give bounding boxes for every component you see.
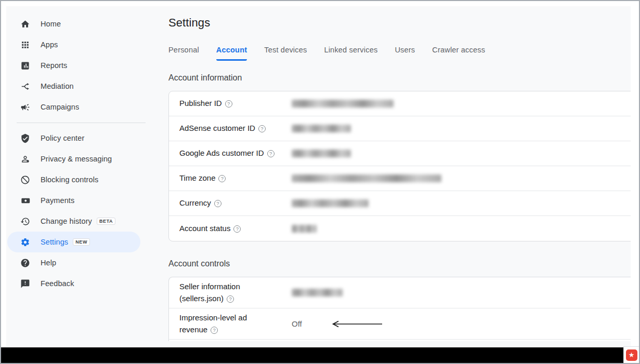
home-icon [20,19,30,29]
settings-icon [20,237,30,247]
help-question-icon[interactable]: ? [225,100,232,107]
sidebar-item-settings[interactable]: SettingsNEW [7,232,140,252]
table-row-adsense-customer-id: AdSense customer ID? [169,116,631,141]
annotation-left-arrow-icon [331,320,383,328]
help-icon [20,258,30,268]
tabs: PersonalAccountTest devicesLinked servic… [168,46,631,61]
section-heading-account-information: Account information [168,73,631,83]
redacted-value [292,289,343,296]
row-label: Time zone? [179,169,292,188]
section-heading-account-controls: Account controls [168,259,631,268]
row-label: Impression-level ad revenue? [179,308,292,339]
redacted-value [292,199,369,207]
help-question-icon[interactable]: ? [218,175,226,182]
row-value [292,289,343,296]
row-label: Currency? [179,194,292,213]
sidebar-item-label: Mediation [41,82,74,90]
sidebar-divider [17,123,146,123]
badge-new: NEW [73,238,90,246]
redacted-value [292,125,351,132]
table-row-seller-information-sellers-json: Seller information (sellers.json)? [169,277,631,308]
sidebar-item-feedback[interactable]: Feedback [7,273,140,294]
feedback-icon [20,278,30,289]
sidebar-item-blocking-controls[interactable]: Blocking controls [7,169,140,190]
row-value [292,174,441,182]
blocking-icon [20,174,30,185]
row-label: Google Ads customer ID? [179,144,292,163]
privacy-icon [20,154,30,164]
tab-users[interactable]: Users [395,46,415,61]
bottom-black-bar [1,347,623,363]
sidebar-item-label: Blocking controls [41,176,98,184]
sidebar-item-reports[interactable]: Reports [7,55,140,76]
table-row-currency: Currency? [169,191,631,216]
sidebar-item-label: Feedback [41,279,74,288]
sidebar-item-label: Apps [41,41,58,49]
card-account-controls: Seller information (sellers.json)?Impres… [168,277,631,341]
sidebar-item-label: Policy center [41,134,84,142]
policy-icon [20,133,30,143]
sidebar-item-label: Campaigns [41,103,79,111]
sidebar-item-label: Privacy & messaging [41,155,112,163]
redacted-value [292,174,441,182]
help-question-icon[interactable]: ? [227,295,234,303]
screenshot-frame: HomeAppsReportsMediationCampaignsPolicy … [0,0,640,364]
admob-app-window: HomeAppsReportsMediationCampaignsPolicy … [6,6,631,347]
apps-icon [20,39,30,50]
campaigns-icon [20,102,30,112]
badge-beta: BETA [97,218,115,225]
card-account-information: Publisher ID?AdSense customer ID?Google … [168,91,631,241]
sidebar-item-privacy-messaging[interactable]: Privacy & messaging [7,149,140,169]
settings-sections: Account informationPublisher ID?AdSense … [168,73,631,341]
row-label: Seller information (sellers.json)? [179,277,292,308]
sidebar-item-label: Help [41,259,56,267]
help-question-icon[interactable]: ? [233,225,241,233]
main-content: Settings PersonalAccountTest devicesLink… [168,6,631,347]
tab-account[interactable]: Account [216,46,247,61]
sidebar-item-mediation[interactable]: Mediation [7,76,140,97]
row-value: Off [292,319,383,328]
sidebar-item-policy-center[interactable]: Policy center [7,128,140,149]
sidebar-item-label: Reports [41,61,67,70]
table-row-publisher-id: Publisher ID? [169,91,631,116]
sidebar-item-apps[interactable]: Apps [7,34,140,55]
help-question-icon[interactable]: ? [267,150,275,157]
row-value [292,199,369,207]
sidebar-item-help[interactable]: Help [7,252,140,273]
sidebar: HomeAppsReportsMediationCampaignsPolicy … [6,6,163,294]
star-icon[interactable]: ★ [626,349,637,361]
table-row-google-ads-customer-id: Google Ads customer ID? [169,141,631,166]
redacted-value [292,100,394,107]
sidebar-item-label: Settings [41,238,68,246]
row-label: Account status? [179,219,292,238]
sidebar-item-payments[interactable]: Payments [7,190,140,211]
sidebar-item-label: Payments [41,196,74,205]
row-label: Publisher ID? [179,94,292,113]
sidebar-item-campaigns[interactable]: Campaigns [7,97,140,117]
row-value [292,125,351,132]
help-question-icon[interactable]: ? [214,200,221,207]
history-icon [20,216,30,226]
tab-personal[interactable]: Personal [168,46,199,61]
tab-linked-services[interactable]: Linked services [324,46,377,61]
sidebar-item-change-history[interactable]: Change historyBETA [7,211,140,232]
sidebar-item-label: Change history [41,217,92,225]
table-row-time-zone: Time zone? [169,166,631,191]
table-row-impression-level-ad-revenue: Impression-level ad revenue?Off [169,308,631,340]
mediation-icon [20,81,30,91]
tab-crawler-access[interactable]: Crawler access [432,46,485,61]
row-value [292,100,394,107]
payments-icon [20,195,30,206]
page-title: Settings [168,16,631,30]
redacted-value [292,225,317,233]
tab-test-devices[interactable]: Test devices [264,46,307,61]
help-question-icon[interactable]: ? [258,125,266,132]
extension-box: ★ [623,346,639,363]
table-row-account-status: Account status? [169,216,631,241]
reports-icon [20,60,30,71]
help-question-icon[interactable]: ? [211,327,218,334]
sidebar-item-home[interactable]: Home [7,14,140,34]
redacted-value [292,150,351,157]
row-value [292,225,317,233]
row-label: AdSense customer ID? [179,119,292,138]
